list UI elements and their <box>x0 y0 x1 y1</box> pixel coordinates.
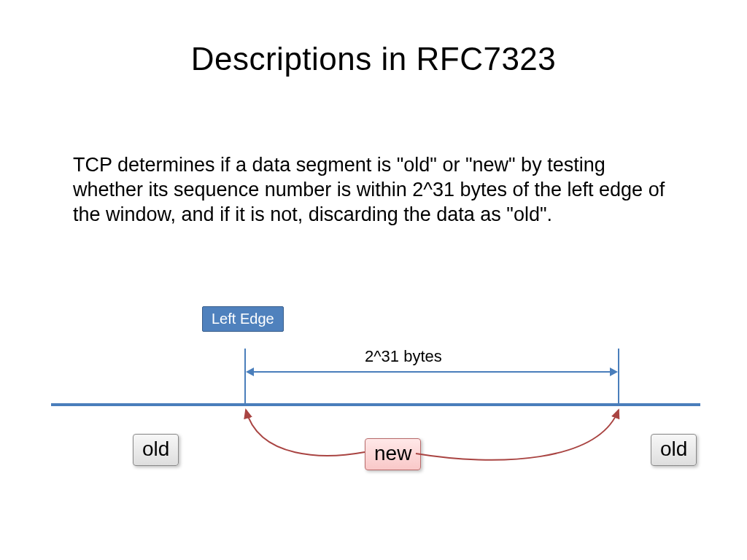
right-edge-tick <box>618 349 619 405</box>
range-label: 2^31 bytes <box>365 347 442 366</box>
left-edge-tick <box>244 349 246 405</box>
slide: Descriptions in RFC7323 TCP determines i… <box>0 0 747 560</box>
old-box-right: old <box>651 434 697 466</box>
curve-arrow-left <box>219 401 372 459</box>
curve-arrow-right <box>409 401 635 467</box>
old-box-left: old <box>133 434 179 466</box>
body-text: TCP determines if a data segment is "old… <box>73 153 675 227</box>
slide-title: Descriptions in RFC7323 <box>0 41 747 77</box>
range-arrow <box>247 371 616 373</box>
left-edge-label: Left Edge <box>202 306 284 332</box>
sequence-diagram: Left Edge 2^31 bytes old new old <box>51 306 700 510</box>
